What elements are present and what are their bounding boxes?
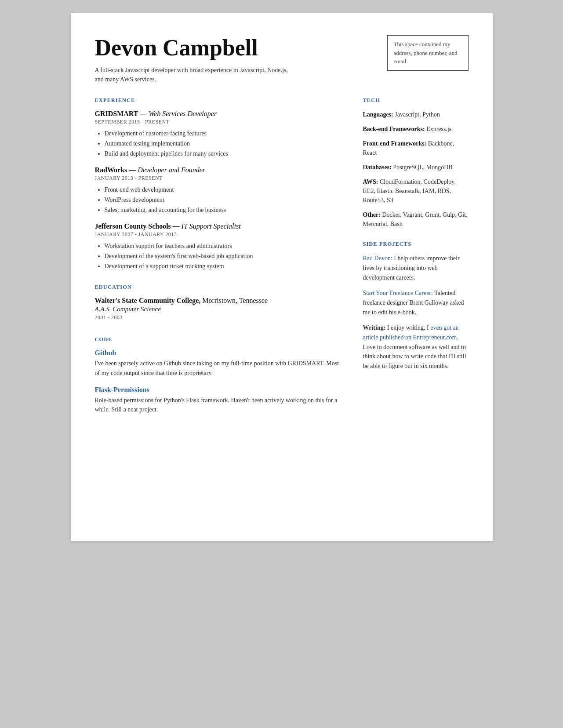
- resume-page: Devon Campbell A full-stack Javascript d…: [71, 13, 493, 541]
- code-project-github-desc: I've been sparsely active on Github sinc…: [95, 359, 345, 378]
- list-item: Build and deployment pipelines for many …: [105, 149, 345, 158]
- code-section-title: CODE: [95, 336, 345, 343]
- side-project-freelance: Start Your Freelance Career: Talented fr…: [363, 288, 469, 317]
- side-project-writing: Writing: I enjoy writing. I even got an …: [363, 323, 469, 371]
- education-institution: Walter's State Community College, Morris…: [95, 297, 345, 305]
- candidate-tagline: A full-stack Javascript developer with b…: [95, 66, 374, 84]
- list-item: Development of a support ticket tracking…: [105, 262, 345, 271]
- left-column: EXPERIENCE GRIDSMART — Web Services Deve…: [95, 97, 345, 415]
- list-item: Front-end web development: [105, 185, 345, 194]
- list-item: Development of the system's first web-ba…: [105, 251, 345, 261]
- tech-databases: Databases: PostgreSQL, MongoDB: [363, 163, 469, 172]
- code-project-flask-desc: Role-based permissions for Python's Flas…: [95, 396, 345, 415]
- education-dates: 2001 - 2003: [95, 314, 345, 321]
- job-dates-jefferson: JANUARY 2007 - JANUARY 2013: [95, 231, 345, 238]
- list-item: Sales, marketing, and accounting for the…: [105, 205, 345, 215]
- institution-name: Walter's State Community College,: [95, 297, 201, 304]
- side-project-rad-devon: Rad Devon: I help others improve their l…: [363, 254, 469, 282]
- list-item: Development of customer-facing features: [105, 129, 345, 138]
- code-project-github-title[interactable]: Github: [95, 349, 345, 357]
- list-item: Automated testing implementation: [105, 139, 345, 148]
- tech-other: Other: Docker, Vagrant, Grunt, Gulp, Git…: [363, 210, 469, 229]
- job-title-jefferson: Jefferson County Schools — IT Support Sp…: [95, 222, 345, 230]
- freelance-career-link[interactable]: Start Your Freelance Career: [363, 290, 432, 296]
- tech-section-title: TECH: [363, 97, 469, 104]
- job-dates-radworks: JANUARY 2013 - PRESENT: [95, 175, 345, 182]
- job-dates-gridsmart: SEPTEMBER 2015 - PRESENT: [95, 119, 345, 125]
- rad-devon-link[interactable]: Rad Devon: [363, 255, 391, 262]
- job-title-radworks: RadWorks — Developer and Founder: [95, 166, 345, 174]
- list-item: WordPress development: [105, 195, 345, 204]
- two-col-layout: EXPERIENCE GRIDSMART — Web Services Deve…: [95, 97, 469, 415]
- job-title-gridsmart: GRIDSMART — Web Services Developer: [95, 110, 345, 118]
- header-left: Devon Campbell A full-stack Javascript d…: [95, 35, 374, 84]
- tech-backend: Back-end Frameworks: Express.js: [363, 124, 469, 134]
- institution-location: Morristown, Tennessee: [202, 297, 268, 304]
- job-bullets-jefferson: Workstation support for teachers and adm…: [105, 241, 345, 271]
- flask-link[interactable]: Flask-Permissions: [95, 386, 149, 393]
- candidate-name: Devon Campbell: [95, 35, 374, 60]
- tech-languages: Languages: Javascript, Python: [363, 110, 469, 119]
- tech-aws: AWS: CloudFormation, CodeDeploy, EC2, El…: [363, 177, 469, 205]
- experience-section-title: EXPERIENCE: [95, 97, 345, 104]
- side-projects-section-title: SIDE PROJECTS: [363, 241, 469, 248]
- header: Devon Campbell A full-stack Javascript d…: [95, 35, 469, 84]
- code-project-flask-title[interactable]: Flask-Permissions: [95, 386, 345, 394]
- github-link[interactable]: Github: [95, 349, 116, 357]
- education-degree: A.A.S. Computer Science: [95, 306, 345, 313]
- right-column: TECH Languages: Javascript, Python Back-…: [363, 97, 469, 415]
- tech-frontend: Front-end Frameworks: Backbone, React: [363, 139, 469, 157]
- job-bullets-radworks: Front-end web development WordPress deve…: [105, 185, 345, 215]
- job-bullets-gridsmart: Development of customer-facing features …: [105, 129, 345, 158]
- education-section-title: EDUCATION: [95, 284, 345, 291]
- address-box: This space contained my address, phone n…: [387, 35, 469, 71]
- list-item: Workstation support for teachers and adm…: [105, 241, 345, 251]
